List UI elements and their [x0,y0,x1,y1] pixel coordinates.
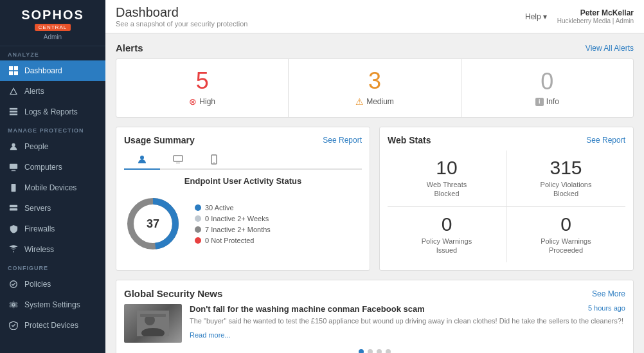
sidebar-item-logs-reports[interactable]: Logs & Reports [0,102,105,122]
sidebar-item-computers[interactable]: Computers [0,157,105,177]
policy-violations-cell: 315 Policy ViolationsBlocked [506,150,625,207]
web-stats-grid: 10 Web ThreatsBlocked 315 Policy Violati… [388,150,625,262]
news-description: The "buyer" said he wanted to test the £… [190,316,625,326]
sidebar-item-alerts[interactable]: Alerts [0,81,105,102]
inactive-weeks-dot [195,215,201,222]
high-text: High [199,97,215,106]
sidebar-item-policies[interactable]: Policies [0,274,105,294]
svg-point-7 [12,143,15,147]
help-label: Help [525,12,541,21]
alerts-title: Alerts [116,42,143,53]
svg-rect-3 [14,71,18,75]
policy-warnings-proc-cell: 0 Policy WarningsProceeded [506,207,625,263]
global-news-panel: Global Security News See More [116,280,634,353]
sidebar-item-wireless[interactable]: Wireless [0,239,105,260]
help-button[interactable]: Help ▾ [525,12,547,21]
tab-computer[interactable] [160,150,196,170]
alerts-grid: 5 ⊗ High 3 ⚠ Medium 0 i Info [116,59,634,118]
news-title-row: Don't fall for the washing machine conma… [190,304,625,314]
view-all-alerts-link[interactable]: View All Alerts [586,44,634,53]
info-text: Info [546,97,559,106]
mobile-icon [8,182,19,194]
page-title: Dashboard [116,5,247,20]
sidebar-item-servers[interactable]: Servers [0,198,105,219]
manage-section-label: MANAGE PROTECTION [0,122,105,136]
page-subtitle: See a snapshot of your security protecti… [116,20,247,28]
medium-alert-cell: 3 ⚠ Medium [289,59,461,117]
inactive-months-dot [195,226,201,233]
news-dot-1[interactable] [359,349,364,353]
admin-label: Admin [44,33,62,41]
high-alert-cell: 5 ⊗ High [116,59,289,117]
dashboard-icon [8,65,19,77]
sidebar-item-system-settings[interactable]: System Settings [0,294,105,315]
policy-violations-label: Policy ViolationsBlocked [513,180,619,199]
sidebar-item-mobile-devices[interactable]: Mobile Devices [0,177,105,198]
medium-count: 3 [368,69,381,93]
svg-point-16 [140,156,144,159]
news-dots [124,349,625,353]
usage-legend: 30 Active 0 Inactive 2+ Weeks 7 Inactive… [195,204,271,244]
protect-icon [8,320,19,331]
main-area: Dashboard See a snapshot of your securit… [105,0,644,353]
tab-endpoint-user[interactable] [124,150,160,170]
svg-point-10 [13,190,14,192]
svg-point-14 [16,209,17,210]
info-count: 0 [541,70,553,93]
servers-icon [8,203,19,214]
svg-rect-2 [9,71,13,75]
sidebar-item-label: Logs & Reports [24,107,78,116]
user-sub: Huckleberry Media | Admin [557,17,634,24]
usage-see-report-link[interactable]: See Report [323,136,362,145]
analyze-section-label: ANALYZE [0,46,105,60]
sidebar-item-label: Servers [24,204,51,213]
usage-summary-header: Usage Summary See Report [124,135,362,145]
computer-tab-icon [173,154,183,165]
legend-inactive-months: 7 Inactive 2+ Months [195,226,271,233]
news-dot-3[interactable] [377,349,382,353]
svg-rect-0 [9,66,13,70]
legend-active: 30 Active [195,204,271,212]
mobile-tab-icon [209,154,219,165]
web-stats-see-report[interactable]: See Report [586,136,625,145]
sidebar: SOPHOS CENTRAL Admin ANALYZE Dashboard A… [0,0,105,353]
news-dot-2[interactable] [368,349,373,353]
web-stats-header: Web Stats See Report [388,135,625,145]
sidebar-item-firewalls[interactable]: Firewalls [0,219,105,239]
sidebar-item-label: Protect Devices [24,321,78,330]
top-bar: Dashboard See a snapshot of your securit… [105,0,644,33]
svg-rect-5 [10,111,17,113]
sidebar-item-label: Computers [24,163,62,172]
high-count: 5 [196,69,209,93]
tab-mobile[interactable] [196,150,232,170]
legend-inactive-weeks: 0 Inactive 2+ Weeks [195,215,271,222]
sidebar-item-dashboard[interactable]: Dashboard [0,60,105,81]
web-threats-num: 10 [394,158,499,177]
not-protected-dot [195,237,201,244]
news-item: Don't fall for the washing machine conma… [124,304,625,343]
sidebar-item-people[interactable]: People [0,136,105,157]
usage-summary-title: Usage Summary [124,135,195,145]
top-bar-right: Help ▾ Peter McKellar Huckleberry Media … [525,8,634,24]
news-see-more-link[interactable]: See More [592,289,625,298]
news-image-placeholder [124,304,182,343]
sidebar-item-label: Policies [24,280,51,289]
sidebar-item-label: System Settings [24,300,80,309]
sidebar-item-label: Dashboard [24,66,62,75]
news-time: 5 hours ago [588,304,625,312]
content-area: Alerts View All Alerts 5 ⊗ High 3 ⚠ Medi… [105,33,644,353]
configure-section-label: CONFIGURE [0,260,105,274]
sidebar-item-protect-devices[interactable]: Protect Devices [0,315,105,336]
svg-rect-25 [140,314,166,317]
donut-chart: 37 [124,195,182,253]
svg-rect-6 [10,114,17,116]
sidebar-item-label: People [24,142,48,151]
policy-violations-num: 315 [513,158,619,177]
svg-rect-17 [174,156,183,161]
news-title-section: Global Security News [124,288,222,299]
active-label: 30 Active [205,204,234,212]
sidebar-item-label: Mobile Devices [24,183,76,192]
news-image-svg [137,311,169,336]
read-more-link[interactable]: Read more... [190,331,231,339]
news-dot-4[interactable] [386,349,391,353]
